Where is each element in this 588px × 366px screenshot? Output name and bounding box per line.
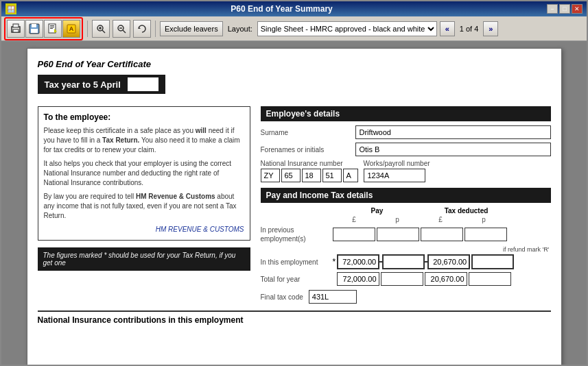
this-tax-pence-field[interactable] <box>471 254 514 269</box>
ni-payroll-row: National Insurance number ZY 65 18 51 A … <box>261 160 551 182</box>
ni-parts-row: ZY 65 18 51 A <box>261 169 358 182</box>
svg-rect-5 <box>31 29 38 33</box>
doc-title: P60 End of Year Certificate <box>38 59 551 69</box>
final-tax-value[interactable]: 431L <box>309 290 357 304</box>
notice-para-2: It also helps you check that your employ… <box>44 159 244 188</box>
payroll-value[interactable]: 1234A <box>364 169 425 182</box>
window-controls: − □ ✕ <box>547 4 583 14</box>
pay-pound-1: £ <box>333 216 376 223</box>
svg-rect-1 <box>13 24 19 27</box>
page-setup-button[interactable] <box>44 20 62 38</box>
document: P60 End of Year Certificate Tax year to … <box>27 48 562 365</box>
prev-pence-field[interactable] <box>377 228 419 241</box>
forenames-value[interactable]: Otis B <box>355 143 551 156</box>
final-tax-row: Final tax code 431L <box>261 290 551 304</box>
this-employment-row: In this employment * 72,000.00 20,670.00 <box>261 254 551 269</box>
close-button[interactable]: ✕ <box>572 4 583 14</box>
content-area: P60 End of Year Certificate Tax year to … <box>1 41 587 365</box>
left-column: To the employee: Please keep this certif… <box>38 106 250 304</box>
notice-body: Please keep this certificate in a safe p… <box>44 126 244 234</box>
tax-year-input[interactable] <box>128 77 158 91</box>
svg-line-14 <box>102 30 105 33</box>
toolbar-separator-2 <box>155 21 156 37</box>
svg-line-18 <box>123 30 126 33</box>
notice-title: To the employee: <box>44 112 244 122</box>
surname-value[interactable]: Driftwood <box>355 125 551 139</box>
svg-rect-7 <box>50 25 54 26</box>
svg-rect-8 <box>50 27 54 27</box>
svg-rect-9 <box>50 28 53 29</box>
employee-section-header: Employee's details <box>261 106 551 121</box>
tax-year-label: Tax year to 5 April <box>45 80 121 90</box>
footnote-text: The figures marked * should be used for … <box>43 252 236 267</box>
pay-col-headers: Pay Tax deducted <box>261 207 551 215</box>
ni-part-4[interactable]: 51 <box>322 169 342 182</box>
ni-label: National Insurance number <box>261 160 358 167</box>
title-bar: 🪟 P60 End of Year Summary − □ ✕ <box>1 1 587 16</box>
doc-layout: To the employee: Please keep this certif… <box>38 106 551 304</box>
page-info: 1 of 4 <box>460 25 479 33</box>
forenames-label: Forenames or initials <box>261 146 350 154</box>
zoom-out-button[interactable] <box>113 20 130 38</box>
maximize-button[interactable]: □ <box>559 4 570 14</box>
minimize-button[interactable]: − <box>547 4 558 14</box>
notice-para-3: By law you are required to tell HM Reven… <box>44 192 244 221</box>
refund-note: if refund mark 'R' <box>261 246 551 253</box>
surname-row: Surname Driftwood <box>261 125 551 139</box>
tax-pound-1: £ <box>419 216 462 223</box>
layout-label: Layout: <box>228 25 252 33</box>
this-pay-field[interactable]: 72,000.00 <box>337 254 379 269</box>
prev-employment-label: In previous employment(s) <box>261 225 333 243</box>
payroll-group: Works/payroll number 1234A <box>364 160 430 182</box>
right-column: Employee's details Surname Driftwood For… <box>261 106 551 304</box>
ni-section: National Insurance contributions in this… <box>38 310 551 325</box>
prev-tax-field[interactable] <box>421 228 463 241</box>
ni-part-5[interactable]: A <box>343 169 358 182</box>
this-pay-pence-field[interactable] <box>382 254 425 269</box>
tax-col-header: Tax deducted <box>422 207 511 215</box>
this-employment-label: In this employment <box>261 258 333 267</box>
tax-pence-1: p <box>462 216 506 223</box>
print-group: A <box>4 17 83 40</box>
total-tax-field[interactable]: 20,670.00 <box>425 272 467 286</box>
notice-box: To the employee: Please keep this certif… <box>38 106 250 241</box>
prev-pay-field[interactable] <box>333 228 375 241</box>
zoom-in-button[interactable] <box>92 20 110 38</box>
ni-part-3[interactable]: 18 <box>302 169 321 182</box>
toolbar: A Exclude leavers Layout: Single Sheet -… <box>1 16 587 41</box>
ni-part-1[interactable]: ZY <box>261 169 280 182</box>
star-marker: * <box>333 257 336 267</box>
prev-tax-pence-field[interactable] <box>464 228 507 241</box>
save-button[interactable] <box>25 20 43 38</box>
this-tax-field[interactable]: 20,670.00 <box>427 254 470 269</box>
pay-row-spacer <box>261 207 333 215</box>
exclude-leavers-button[interactable]: Exclude leavers <box>160 21 223 36</box>
pay-sub-headers: £ p £ p <box>261 216 551 223</box>
total-pay-field[interactable]: 72,000.00 <box>337 272 379 286</box>
toolbar-separator-1 <box>87 21 88 37</box>
nav-first-button[interactable]: « <box>440 21 455 36</box>
pay-pence-1: p <box>376 216 419 223</box>
refresh-button[interactable] <box>133 20 151 38</box>
total-tax-pence-field[interactable] <box>469 272 511 286</box>
total-row: Total for year 72,000.00 20,670.00 <box>261 272 551 286</box>
nav-last-button[interactable]: » <box>483 21 498 36</box>
pay-section-header: Pay and Income Tax details <box>261 188 551 203</box>
final-tax-label: Final tax code <box>261 293 303 301</box>
notice-para-1: Please keep this certificate in a safe p… <box>44 126 244 155</box>
total-label: Total for year <box>261 276 333 283</box>
ni-heading: National Insurance contributions in this… <box>38 310 551 325</box>
svg-rect-4 <box>32 24 36 27</box>
layout-select[interactable]: Single Sheet - HMRC approved - black and… <box>257 21 437 36</box>
ni-part-2[interactable]: 65 <box>281 169 301 182</box>
total-pay-pence-field[interactable] <box>381 272 423 286</box>
main-window: 🪟 P60 End of Year Summary − □ ✕ A <box>0 0 588 366</box>
forenames-row: Forenames or initials Otis B <box>261 143 551 156</box>
footnote-box: The figures marked * should be used for … <box>38 247 250 271</box>
print-button[interactable] <box>7 20 25 38</box>
pay-col-header: Pay <box>333 207 422 215</box>
window-title: P60 End of Year Summary <box>16 4 547 14</box>
app-icon: 🪟 <box>5 3 16 14</box>
highlight-button[interactable]: A <box>62 20 80 38</box>
ni-group: National Insurance number ZY 65 18 51 A <box>261 160 358 182</box>
